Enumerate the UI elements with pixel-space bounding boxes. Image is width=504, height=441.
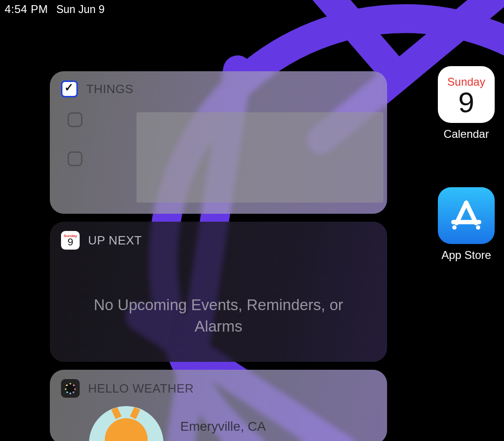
weather-body: Emeryville, CA bbox=[61, 406, 376, 441]
widget-title: HELLO WEATHER bbox=[88, 381, 194, 396]
svg-point-6 bbox=[69, 383, 71, 385]
app-label: Calendar bbox=[443, 128, 489, 141]
mini-day-number: 9 bbox=[68, 237, 73, 247]
status-bar: 4:54 PM Sun Jun 9 bbox=[5, 3, 104, 16]
widget-header: THINGS bbox=[61, 81, 376, 97]
widget-hello-weather[interactable]: HELLO WEATHER Emeryville, CA bbox=[50, 370, 387, 441]
app-label: App Store bbox=[442, 249, 491, 262]
widget-things[interactable]: THINGS bbox=[50, 71, 387, 214]
svg-point-17 bbox=[452, 225, 456, 230]
svg-point-11 bbox=[67, 392, 68, 394]
svg-point-9 bbox=[73, 392, 75, 394]
widget-header: Sunday 9 UP NEXT bbox=[61, 231, 376, 250]
svg-point-18 bbox=[476, 225, 480, 230]
status-date: Sun Jun 9 bbox=[56, 3, 105, 16]
widgets-column: THINGS Sunday 9 UP NEXT No Upcoming Even… bbox=[50, 71, 387, 441]
app-store-app-icon bbox=[438, 187, 495, 244]
status-time: 4:54 PM bbox=[5, 3, 48, 16]
calendar-mini-icon: Sunday 9 bbox=[61, 231, 80, 250]
svg-point-13 bbox=[66, 385, 68, 387]
sun-icon bbox=[105, 418, 148, 441]
svg-point-12 bbox=[65, 388, 67, 390]
calendar-app-icon: Sunday 9 bbox=[438, 66, 495, 123]
widget-header: HELLO WEATHER bbox=[61, 379, 376, 398]
widget-up-next[interactable]: Sunday 9 UP NEXT No Upcoming Events, Rem… bbox=[50, 222, 387, 362]
todo-checkbox[interactable] bbox=[68, 151, 82, 166]
widget-title: UP NEXT bbox=[88, 233, 142, 248]
app-store-logo-icon bbox=[449, 198, 484, 233]
weather-location: Emeryville, CA bbox=[180, 419, 266, 434]
home-apps-column: Sunday 9 Calendar App Store bbox=[437, 66, 496, 262]
weather-glyph-sunny bbox=[89, 406, 163, 441]
calendar-icon-number: 9 bbox=[458, 89, 474, 115]
app-calendar[interactable]: Sunday 9 Calendar bbox=[438, 66, 495, 141]
things-items bbox=[61, 106, 376, 166]
widget-title: THINGS bbox=[86, 82, 133, 96]
app-app-store[interactable]: App Store bbox=[438, 187, 495, 262]
todo-checkbox[interactable] bbox=[68, 112, 82, 127]
svg-point-10 bbox=[69, 393, 71, 394]
hello-weather-app-icon bbox=[61, 379, 80, 398]
up-next-empty-state: No Upcoming Events, Reminders, or Alarms bbox=[61, 258, 376, 337]
things-app-icon bbox=[61, 81, 78, 97]
svg-point-7 bbox=[73, 385, 75, 387]
svg-point-8 bbox=[74, 388, 76, 390]
